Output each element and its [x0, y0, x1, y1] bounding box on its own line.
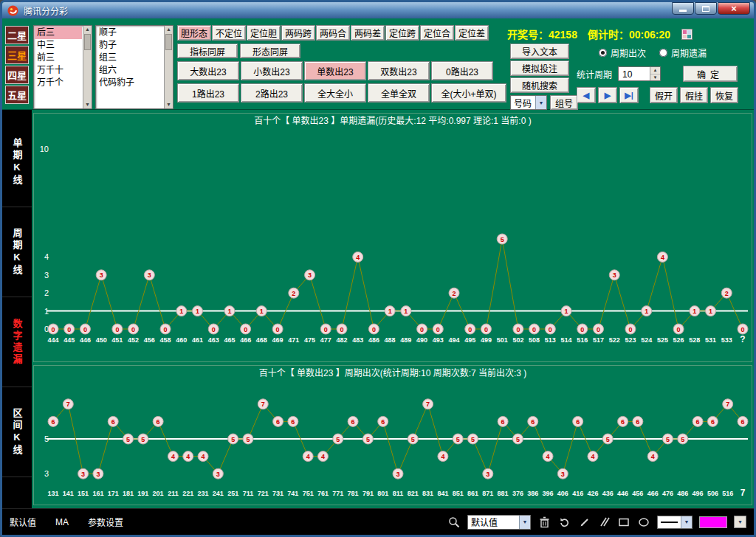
mode-button-9[interactable]: 定位差: [455, 25, 489, 41]
maximize-button[interactable]: [695, 2, 717, 15]
scrollbar-thumb[interactable]: [165, 34, 172, 50]
star-tab-3[interactable]: 四星: [5, 66, 29, 84]
chart-title: 百十个【 单数出23 】单期遗漏(历史最大:12 平均:0.997 理论:1 当…: [254, 115, 531, 126]
spin-up-icon[interactable]: ▲: [650, 67, 660, 75]
chevron-down-icon[interactable]: ▼: [681, 516, 692, 528]
mode-button-8[interactable]: 定位合: [420, 25, 454, 41]
sidebar-item-2[interactable]: 周期K线: [2, 207, 32, 297]
filter-button-1[interactable]: 大数出23: [177, 61, 239, 80]
star-tab-1[interactable]: 二星: [5, 26, 29, 44]
mode-button-5[interactable]: 两码合: [316, 25, 350, 41]
filter-button-b-3[interactable]: 全大全小: [304, 83, 366, 103]
prev-button[interactable]: ◀: [577, 87, 596, 103]
scroll-up-icon[interactable]: ▲: [166, 27, 171, 32]
toolbar: 二星三星四星五星 后三中三前三万千十万千个 ▲ ▼ 顺子豹子组三组六代码豹子 ▲…: [2, 18, 754, 110]
import-text-button[interactable]: 导入文本: [510, 44, 569, 59]
params-menu[interactable]: 参数设置: [88, 516, 123, 528]
ellipse-tool-icon[interactable]: [637, 516, 650, 529]
filter-button-b-2[interactable]: 2路出23: [241, 83, 303, 103]
restore-button[interactable]: 恢复: [710, 87, 738, 103]
pattern-list-scrollbar[interactable]: ▲ ▼: [164, 26, 173, 108]
chevron-down-icon[interactable]: ▼: [535, 96, 546, 109]
point-value-label: 0: [131, 326, 135, 333]
position-item-2[interactable]: 中三: [35, 39, 82, 52]
chevron-down-icon[interactable]: ▼: [519, 516, 530, 529]
mode-button-2[interactable]: 不定位: [212, 25, 246, 41]
screen-button-2[interactable]: 形态同屏: [240, 44, 300, 58]
sidebar-item-4[interactable]: 区间K线: [2, 387, 32, 477]
simulate-bet-button[interactable]: 模拟投注: [510, 60, 569, 76]
x-axis-label: 496: [693, 490, 704, 497]
star-tab-4[interactable]: 五星: [5, 86, 29, 104]
stat-period-input[interactable]: 10 ▲ ▼: [618, 66, 661, 81]
pattern-item-1[interactable]: 顺子: [97, 27, 163, 39]
point-value-label: 0: [740, 326, 744, 333]
scrollbar-thumb[interactable]: [84, 34, 91, 50]
spin-down-icon[interactable]: ▼: [650, 75, 660, 81]
filter-button-row-1: 大数出23小数出23单数出23双数出230路出23: [177, 61, 493, 80]
close-button[interactable]: ×: [718, 2, 750, 15]
confirm-button[interactable]: 确定: [683, 66, 738, 82]
position-item-4[interactable]: 万千十: [35, 64, 82, 77]
ma-menu[interactable]: MA: [55, 517, 69, 527]
random-search-button[interactable]: 随机搜索: [510, 77, 569, 93]
sidebar-item-3[interactable]: 数字遗漏: [2, 297, 32, 387]
point-value-label: 6: [576, 418, 580, 426]
filter-button-2[interactable]: 小数出23: [241, 61, 303, 80]
sidebar-item-1[interactable]: 单期K线: [2, 117, 32, 207]
position-list-scrollbar[interactable]: ▲ ▼: [83, 26, 92, 108]
x-axis-label: 426: [587, 490, 598, 497]
statusbar: 默认值 MA 参数设置 默认值 ▼: [2, 508, 754, 535]
position-item-5[interactable]: 万千个: [35, 77, 82, 89]
filter-button-3[interactable]: 单数出23: [304, 61, 366, 80]
mode-button-7[interactable]: 定位跨: [385, 25, 419, 41]
scroll-down-icon[interactable]: ▼: [85, 102, 90, 108]
mode-button-3[interactable]: 定位胆: [247, 25, 281, 41]
point-value-label: 7: [261, 401, 265, 408]
default-value-menu[interactable]: 默认值: [10, 516, 36, 528]
mode-button-6[interactable]: 两码差: [351, 25, 385, 41]
pattern-item-2[interactable]: 豹子: [97, 39, 163, 52]
point-value-label: 6: [740, 418, 744, 426]
pencil-icon[interactable]: [577, 516, 591, 529]
mode-button-1[interactable]: 胆形态: [177, 25, 211, 41]
fake-open-button[interactable]: 假开: [650, 87, 678, 103]
minimize-button[interactable]: [672, 2, 694, 15]
pattern-item-5[interactable]: 代码豹子: [97, 77, 163, 89]
preset-select[interactable]: 默认值 ▼: [467, 515, 531, 530]
filter-button-4[interactable]: 双数出23: [368, 61, 430, 80]
group-number-button[interactable]: 组号: [550, 95, 578, 110]
point-value-label: 1: [227, 308, 231, 315]
screen-button-1[interactable]: 指标同屏: [177, 44, 238, 58]
filter-button-b-1[interactable]: 1路出23: [177, 83, 239, 103]
radio-cycle-miss[interactable]: 周期遗漏: [659, 46, 707, 59]
number-select[interactable]: 号码 ▼: [510, 95, 547, 110]
trash-icon[interactable]: [537, 516, 551, 529]
pattern-item-3[interactable]: 组三: [97, 52, 163, 64]
fake-hang-button[interactable]: 假挂: [680, 87, 708, 103]
pattern-item-4[interactable]: 组六: [97, 64, 163, 77]
scroll-up-icon[interactable]: ▲: [85, 27, 90, 32]
position-item-1[interactable]: 后三: [35, 27, 82, 39]
radio-cycle-count[interactable]: 周期出次: [599, 46, 646, 59]
next-button[interactable]: ▶: [598, 87, 617, 103]
filter-button-b-5[interactable]: 全(大小+单双): [431, 83, 506, 103]
dice-icon[interactable]: [681, 27, 694, 41]
magnifier-icon[interactable]: [447, 516, 461, 529]
filter-button-b-4[interactable]: 全单全双: [368, 83, 430, 103]
undo-icon[interactable]: [557, 516, 571, 529]
color-swatch[interactable]: [699, 516, 727, 528]
pattern-listbox: 顺子豹子组三组六代码豹子 ▲ ▼: [95, 25, 173, 109]
rect-tool-icon[interactable]: [617, 516, 630, 529]
x-axis-label: 502: [512, 336, 523, 344]
point-value-label: 5: [681, 436, 684, 443]
hatch-lines-icon[interactable]: [597, 516, 611, 529]
line-style-select[interactable]: ▼: [657, 516, 693, 529]
scroll-down-icon[interactable]: ▼: [166, 102, 171, 108]
filter-button-5[interactable]: 0路出23: [431, 61, 493, 80]
position-item-3[interactable]: 前三: [35, 52, 82, 64]
last-button[interactable]: ▶|: [619, 87, 639, 103]
star-tab-2[interactable]: 三星: [5, 46, 29, 64]
color-dropdown[interactable]: ▼: [734, 516, 746, 528]
mode-button-4[interactable]: 两码跨: [281, 25, 315, 41]
